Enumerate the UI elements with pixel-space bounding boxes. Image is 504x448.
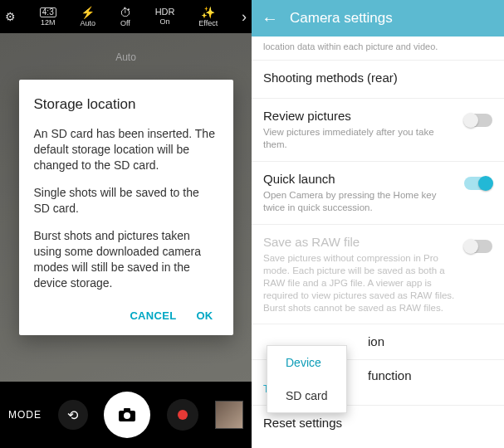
mode-button[interactable]: MODE [8, 409, 42, 421]
ratio-icon[interactable]: 4:312M [40, 7, 56, 27]
volume-key-item-partial[interactable]: function [368, 368, 412, 382]
item-title: Review pictures [263, 109, 456, 123]
svg-rect-1 [124, 408, 130, 411]
popup-option-sdcard[interactable]: SD card [267, 379, 346, 412]
dialog-paragraph-1: An SD card has been inserted. The defaul… [34, 126, 218, 173]
shooting-methods-item[interactable]: Shooting methods (rear) [252, 61, 504, 98]
dialog-title: Storage location [34, 96, 218, 113]
location-hint-tail: location data within each picture and vi… [252, 37, 504, 60]
settings-icon[interactable]: ⚙ [5, 11, 16, 22]
storage-location-item-partial[interactable]: ion [368, 334, 384, 348]
cancel-button[interactable]: CANCEL [130, 309, 176, 322]
camera-topbar: ⚙ 4:312M ⚡Auto ⏱Off HDROn ✨Effect › [0, 0, 252, 33]
svg-point-2 [124, 412, 130, 419]
ok-button[interactable]: OK [196, 309, 213, 322]
camera-settings-screen: ← Camera settings location data within e… [252, 0, 504, 448]
popup-option-device[interactable]: Device [267, 346, 346, 379]
dialog-paragraph-2: Single shots will be saved to the SD car… [34, 185, 218, 217]
gallery-thumbnail[interactable] [215, 401, 243, 429]
item-title: Shooting methods (rear) [263, 71, 492, 85]
dialog-actions: CANCEL OK [34, 303, 218, 329]
hdr-icon[interactable]: HDROn [155, 7, 175, 26]
camera-bottombar: MODE ⟲ [0, 382, 252, 448]
storage-location-popup: Device SD card [267, 345, 347, 413]
item-subtitle: Open Camera by pressing the Home key twi… [263, 189, 456, 214]
review-pictures-item[interactable]: Review pictures View pictures immediatel… [252, 99, 504, 161]
quick-launch-item[interactable]: Quick launch Open Camera by pressing the… [252, 162, 504, 224]
dialog-backdrop: Storage location An SD card has been ins… [0, 33, 252, 382]
review-pictures-toggle[interactable] [464, 114, 492, 127]
item-title: Save as RAW file [263, 235, 456, 249]
save-raw-toggle [464, 240, 492, 253]
save-raw-item: Save as RAW file Save pictures without c… [252, 225, 504, 324]
item-title: Quick launch [263, 172, 456, 186]
dialog-paragraph-3: Burst shots and pictures taken using som… [34, 228, 218, 291]
back-arrow-icon[interactable]: ← [262, 9, 278, 28]
appbar: ← Camera settings [252, 0, 504, 37]
quick-launch-toggle[interactable] [464, 177, 492, 190]
shutter-button[interactable] [104, 392, 150, 438]
storage-location-dialog: Storage location An SD card has been ins… [19, 80, 233, 334]
timer-icon[interactable]: ⏱Off [120, 7, 131, 27]
page-title: Camera settings [290, 10, 393, 27]
switch-camera-icon[interactable]: ⟲ [58, 400, 88, 430]
flash-icon[interactable]: ⚡Auto [81, 7, 96, 27]
item-subtitle: View pictures immediately after you take… [263, 126, 456, 151]
more-arrow-icon[interactable]: › [242, 9, 247, 24]
camera-screen: ⚙ 4:312M ⚡Auto ⏱Off HDROn ✨Effect › Auto… [0, 0, 252, 448]
effect-icon[interactable]: ✨Effect [198, 7, 218, 27]
record-button[interactable] [167, 399, 198, 431]
item-subtitle: Save pictures without compression in Pro… [263, 252, 456, 314]
